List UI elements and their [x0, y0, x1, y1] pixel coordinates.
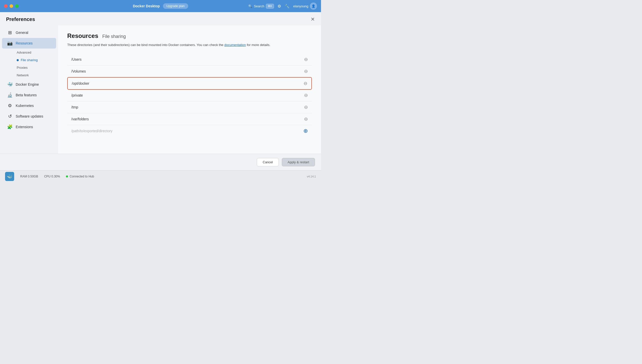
file-sharing-label: File sharing — [21, 58, 38, 62]
remove-private-button[interactable]: ⊖ — [304, 93, 308, 98]
upgrade-plan-button[interactable]: Upgrade plan — [163, 3, 188, 9]
sidebar-item-kubernetes[interactable]: ⚙ Kubernetes — [2, 100, 56, 111]
general-icon: ⊞ — [7, 30, 13, 35]
beta-icon: 🔬 — [7, 92, 13, 98]
content-area: ⊞ General 📷 Resources Advanced File shar… — [0, 25, 321, 154]
sidebar-item-label: General — [16, 31, 28, 35]
avatar: 👤 — [310, 3, 317, 10]
kubernetes-icon: ⚙ — [7, 103, 13, 108]
sidebar-item-beta-features[interactable]: 🔬 Beta features — [2, 90, 56, 100]
footer-actions: Cancel Apply & restart — [0, 154, 321, 170]
dir-item-private: /private ⊖ — [67, 89, 312, 101]
system-stats: RAM 0.50GB CPU 0.30% Connected to Hub — [20, 175, 94, 178]
keyboard-shortcut: ⌘K — [266, 4, 274, 9]
dir-path: /Users — [71, 57, 81, 61]
sidebar-item-label: Resources — [16, 41, 33, 45]
remove-volumes-button[interactable]: ⊖ — [304, 69, 308, 74]
titlebar: Docker Desktop Upgrade plan 🔍 Search ⌘K … — [0, 0, 321, 12]
section-header: Resources File sharing — [67, 32, 312, 39]
close-button[interactable]: ✕ — [311, 16, 315, 22]
section-description: These directories (and their subdirector… — [67, 42, 312, 48]
app-title: Docker Desktop — [133, 4, 160, 8]
remove-var-folders-button[interactable]: ⊖ — [304, 117, 308, 121]
connection-status: Connected to Hub — [66, 175, 94, 178]
titlebar-center: Docker Desktop Upgrade plan — [133, 3, 188, 9]
sidebar-item-extensions[interactable]: 🧩 Extensions — [2, 122, 56, 132]
connected-indicator — [66, 175, 68, 177]
section-title: Resources — [67, 32, 98, 39]
sidebar: ⊞ General 📷 Resources Advanced File shar… — [0, 25, 58, 154]
settings-icon[interactable]: ⚙ — [278, 4, 281, 9]
sidebar-subitem-proxies[interactable]: Proxies — [14, 64, 56, 71]
docker-icon: 🐳 — [5, 172, 14, 181]
sidebar-subitem-advanced[interactable]: Advanced — [14, 49, 56, 56]
traffic-lights — [4, 4, 19, 8]
titlebar-right: 🔍 Search ⌘K ⚙ 🔧 elanyoung 👤 — [248, 3, 317, 10]
dir-item-tmp: /tmp ⊖ — [67, 101, 312, 113]
add-directory-button[interactable]: ⊕ — [303, 128, 308, 134]
sidebar-item-label: Software updates — [16, 114, 43, 118]
sidebar-item-docker-engine[interactable]: 🐳 Docker Engine — [2, 79, 56, 90]
search-area[interactable]: 🔍 Search ⌘K — [248, 4, 274, 9]
updates-icon: ↺ — [7, 113, 13, 119]
dir-item-var-folders: /var/folders ⊖ — [67, 113, 312, 125]
remove-tmp-button[interactable]: ⊖ — [304, 105, 308, 109]
sidebar-item-software-updates[interactable]: ↺ Software updates — [2, 111, 56, 122]
gear-icon[interactable]: 🔧 — [285, 4, 290, 9]
user-menu[interactable]: elanyoung 👤 — [293, 3, 317, 10]
dir-path: /Volumes — [71, 69, 86, 73]
dir-path: /tmp — [71, 105, 78, 109]
dir-path: /opt/docker — [72, 81, 89, 85]
apply-restart-button[interactable]: Apply & restart — [282, 158, 315, 166]
connected-label: Connected to Hub — [70, 175, 94, 178]
close-traffic-button[interactable] — [4, 4, 8, 8]
section-subtitle: File sharing — [102, 34, 126, 39]
resources-subnav: Advanced File sharing Proxies Network — [0, 49, 58, 79]
extensions-icon: 🧩 — [7, 124, 13, 130]
main-panel: Resources File sharing These directories… — [58, 25, 321, 154]
sidebar-subitem-network[interactable]: Network — [14, 72, 56, 79]
minimize-traffic-button[interactable] — [10, 4, 13, 8]
sidebar-item-general[interactable]: ⊞ General — [2, 27, 56, 38]
main-window: Preferences ✕ ⊞ General 📷 Resources Adva… — [0, 12, 321, 182]
sidebar-subitem-file-sharing[interactable]: File sharing — [14, 56, 56, 64]
sidebar-item-resources[interactable]: 📷 Resources — [2, 38, 56, 49]
maximize-traffic-button[interactable] — [15, 4, 19, 8]
search-icon: 🔍 — [248, 4, 252, 8]
sidebar-item-label: Kubernetes — [16, 104, 34, 108]
dir-item-opt-docker: /opt/docker ⊖ — [67, 77, 312, 90]
search-label: Search — [254, 4, 264, 8]
dir-path: /var/folders — [71, 117, 89, 121]
add-directory-row: /path/to/exported/directory ⊕ — [67, 125, 312, 137]
documentation-link[interactable]: documentation — [224, 43, 246, 47]
dir-item-volumes: /Volumes ⊖ — [67, 65, 312, 77]
sidebar-item-label: Beta features — [16, 93, 37, 97]
resources-icon: 📷 — [7, 40, 13, 46]
username: elanyoung — [293, 4, 308, 8]
remove-users-button[interactable]: ⊖ — [304, 57, 308, 62]
advanced-label: Advanced — [17, 51, 31, 54]
sidebar-item-label: Docker Engine — [16, 82, 39, 86]
active-bullet — [17, 59, 19, 61]
preferences-header: Preferences ✕ — [0, 12, 321, 25]
dir-path: /private — [71, 93, 83, 97]
status-bar: 🐳 RAM 0.50GB CPU 0.30% Connected to Hub … — [0, 170, 321, 182]
network-label: Network — [17, 73, 29, 77]
sidebar-item-label: Extensions — [16, 125, 33, 129]
cancel-button[interactable]: Cancel — [257, 158, 279, 166]
ram-stat: RAM 0.50GB — [20, 175, 38, 178]
page-title: Preferences — [6, 16, 35, 22]
dir-item-users: /Users ⊖ — [67, 54, 312, 65]
proxies-label: Proxies — [17, 66, 28, 70]
version-label: v4.14.1 — [307, 175, 316, 178]
remove-opt-docker-button[interactable]: ⊖ — [304, 81, 307, 86]
add-path-placeholder: /path/to/exported/directory — [71, 129, 112, 133]
directory-list: /Users ⊖ /Volumes ⊖ /opt/docker ⊖ /priva… — [67, 54, 312, 137]
cpu-stat: CPU 0.30% — [44, 175, 60, 178]
docker-engine-icon: 🐳 — [7, 82, 13, 87]
